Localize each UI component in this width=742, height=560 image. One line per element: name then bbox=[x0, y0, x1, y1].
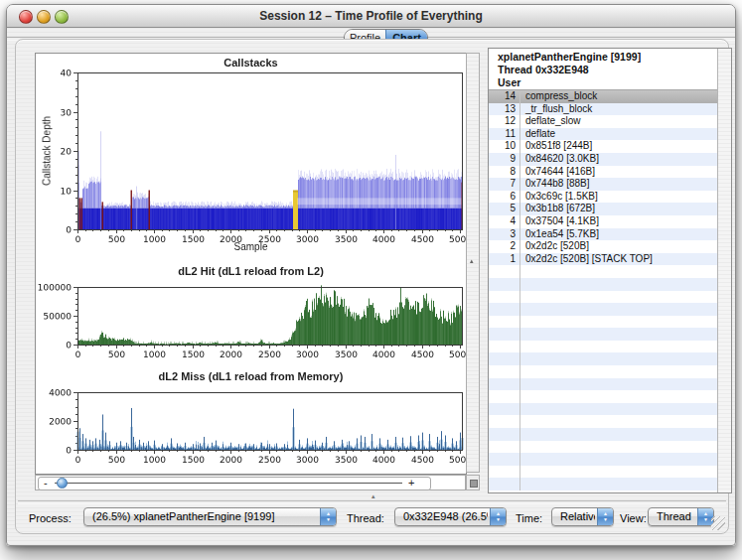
popup-stepper-icon: ▲▼ bbox=[597, 508, 613, 525]
table-row[interactable]: 12deflate_slow bbox=[489, 115, 718, 128]
zoom-slider-thumb[interactable] bbox=[57, 478, 68, 489]
row-symbol bbox=[520, 441, 525, 454]
row-symbol: 0x1ea54 [5.7KB] bbox=[520, 228, 599, 241]
table-row[interactable] bbox=[489, 403, 718, 416]
time-select[interactable]: Relative ▲▼ bbox=[551, 507, 614, 526]
zoom-out-button[interactable]: - bbox=[44, 477, 48, 489]
row-symbol bbox=[520, 365, 525, 378]
row-symbol: 0x851f8 [244B] bbox=[520, 140, 592, 153]
scroll-corner-box[interactable] bbox=[466, 475, 480, 490]
horizontal-scrollbar[interactable]: - + bbox=[35, 475, 466, 490]
row-symbol: 0x84620 [3.0KB] bbox=[520, 153, 599, 166]
close-button[interactable] bbox=[19, 10, 33, 24]
row-depth: 3 bbox=[489, 228, 520, 241]
charts-canvas[interactable] bbox=[36, 54, 466, 474]
table-row[interactable]: 11deflate bbox=[489, 128, 718, 141]
table-row[interactable] bbox=[489, 441, 718, 454]
table-row[interactable] bbox=[489, 303, 718, 316]
table-row[interactable]: 80x74644 [416B] bbox=[489, 166, 718, 179]
table-row[interactable] bbox=[489, 316, 718, 329]
row-symbol: 0x2d2c [520B] [STACK TOP] bbox=[520, 253, 653, 266]
row-symbol bbox=[520, 390, 525, 403]
row-symbol bbox=[520, 466, 525, 479]
callstack-rows: 14compress_block13_tr_flush_block12defla… bbox=[489, 90, 718, 492]
table-row[interactable] bbox=[489, 328, 718, 341]
app-window: Session 12 – Time Profile of Everything … bbox=[6, 4, 736, 546]
list-scrollbar[interactable] bbox=[717, 49, 731, 492]
table-row[interactable]: 60x3c69c [1.5KB] bbox=[489, 191, 718, 204]
row-depth: 11 bbox=[489, 128, 520, 141]
title-bar[interactable]: Session 12 – Time Profile of Everything bbox=[7, 5, 735, 28]
table-row[interactable]: 10x2d2c [520B] [STACK TOP] bbox=[489, 253, 718, 266]
row-depth bbox=[489, 478, 520, 490]
zoom-slider-track[interactable] bbox=[55, 483, 402, 484]
table-row[interactable] bbox=[489, 478, 718, 490]
table-row[interactable] bbox=[489, 341, 718, 353]
table-row[interactable] bbox=[489, 390, 718, 403]
thread-label: Thread: bbox=[347, 512, 384, 524]
callstacks-y-axis-label: Callstack Depth bbox=[42, 116, 53, 186]
table-row[interactable] bbox=[489, 365, 718, 378]
dl2-hit-chart-title: dL2 Hit (dL1 reload from L2) bbox=[36, 265, 466, 277]
table-row[interactable]: 13_tr_flush_block bbox=[489, 103, 718, 116]
table-row[interactable] bbox=[489, 466, 718, 479]
row-depth bbox=[489, 415, 520, 428]
row-symbol bbox=[520, 428, 525, 441]
callstacks-chart-title: Callstacks bbox=[36, 57, 466, 69]
thread-select-value: 0x332E948 (26.5%) bbox=[403, 508, 488, 525]
view-select[interactable]: Thread ▲▼ bbox=[648, 507, 714, 526]
row-symbol bbox=[520, 316, 525, 329]
content-area: Callstacks Callstack Depth Sample dL2 Hi… bbox=[15, 39, 729, 534]
table-row[interactable] bbox=[489, 291, 718, 304]
callstack-list-panel: xplanetPantherEngine [9199] Thread 0x332… bbox=[488, 48, 732, 493]
row-depth: 4 bbox=[489, 215, 520, 228]
row-depth bbox=[489, 341, 520, 353]
screen: Session 12 – Time Profile of Everything … bbox=[0, 0, 742, 560]
thread-select[interactable]: 0x332E948 (26.5%) ▲▼ bbox=[394, 507, 507, 526]
table-row[interactable]: 90x84620 [3.0KB] bbox=[489, 153, 718, 166]
table-row[interactable] bbox=[489, 352, 718, 365]
row-depth bbox=[489, 390, 520, 403]
row-symbol bbox=[520, 278, 525, 291]
table-row[interactable] bbox=[489, 378, 718, 391]
popup-stepper-icon: ▲▼ bbox=[490, 508, 506, 525]
table-row[interactable]: 100x851f8 [244B] bbox=[489, 140, 718, 153]
vertical-scrollbar[interactable]: ▴ bbox=[466, 53, 480, 473]
resize-grip[interactable] bbox=[711, 516, 725, 530]
table-row[interactable] bbox=[489, 453, 718, 466]
time-select-value: Relative bbox=[560, 508, 595, 525]
row-depth bbox=[489, 403, 520, 416]
row-symbol bbox=[520, 453, 525, 466]
row-symbol: 0x3c69c [1.5KB] bbox=[520, 191, 598, 204]
zoom-in-button[interactable]: + bbox=[408, 477, 414, 489]
row-depth: 5 bbox=[489, 203, 520, 215]
row-depth bbox=[489, 428, 520, 441]
zoom-slider[interactable]: - + bbox=[38, 477, 431, 490]
table-row[interactable]: 30x1ea54 [5.7KB] bbox=[489, 228, 718, 241]
minimize-button[interactable] bbox=[37, 10, 51, 24]
row-symbol bbox=[520, 478, 525, 490]
row-symbol bbox=[520, 265, 525, 278]
table-row[interactable]: 50x3b1b8 [672B] bbox=[489, 203, 718, 215]
process-select[interactable]: (26.5%) xplanetPantherEngine [9199] ▲▼ bbox=[83, 507, 337, 526]
callstacks-x-axis-label: Sample bbox=[36, 241, 466, 252]
table-row[interactable] bbox=[489, 278, 718, 291]
row-symbol bbox=[520, 328, 525, 341]
mode-text: User bbox=[498, 76, 718, 89]
zoom-button[interactable] bbox=[55, 10, 69, 24]
row-depth bbox=[489, 378, 520, 391]
row-depth: 6 bbox=[489, 191, 520, 204]
table-row[interactable]: 70x744b8 [88B] bbox=[489, 178, 718, 191]
chart-panel: Callstacks Callstack Depth Sample dL2 Hi… bbox=[35, 53, 467, 475]
view-select-value: Thread bbox=[657, 508, 695, 525]
table-row[interactable]: 14compress_block bbox=[489, 90, 718, 103]
table-row[interactable] bbox=[489, 428, 718, 441]
table-row[interactable] bbox=[489, 415, 718, 428]
table-row[interactable] bbox=[489, 265, 718, 278]
table-row[interactable]: 20x2d2c [520B] bbox=[489, 240, 718, 253]
row-symbol: 0x37504 [4.1KB] bbox=[520, 215, 599, 228]
thread-id-text: Thread 0x332E948 bbox=[498, 64, 718, 76]
splitter-caret-icon[interactable]: ▴ bbox=[371, 492, 375, 500]
table-row[interactable]: 40x37504 [4.1KB] bbox=[489, 215, 718, 228]
row-symbol bbox=[520, 415, 525, 428]
